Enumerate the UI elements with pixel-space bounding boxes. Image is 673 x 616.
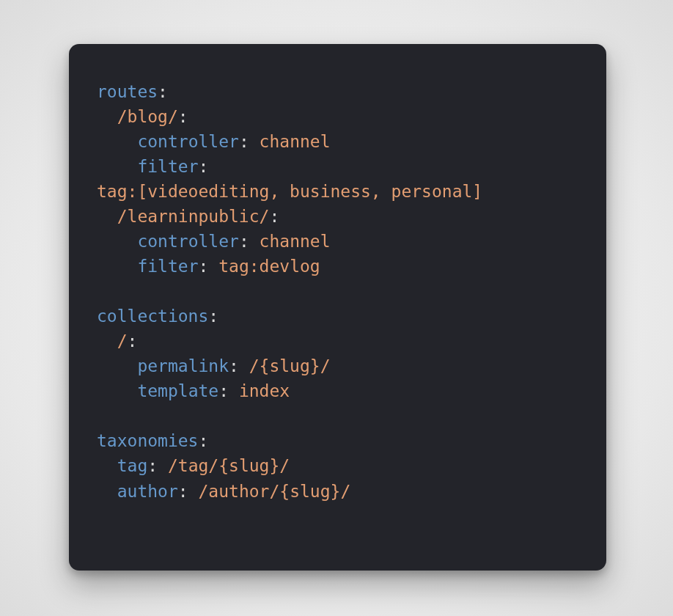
colon: : — [229, 356, 239, 375]
colon: : — [147, 456, 158, 475]
colon: : — [178, 107, 188, 126]
key-routes: routes — [97, 82, 158, 101]
colon: : — [198, 257, 208, 276]
path-learninpublic: /learninpublic/ — [117, 207, 270, 226]
value-blog-filter: tag:[videoediting, business, personal] — [97, 182, 482, 201]
colon: : — [158, 82, 168, 101]
colon: : — [218, 381, 229, 400]
key-filter: filter — [137, 257, 198, 276]
key-template: template — [137, 381, 218, 400]
code-block: routes: /blog/: controller: channel filt… — [97, 79, 578, 504]
path-root: / — [117, 331, 128, 351]
path-blog: /blog/ — [117, 107, 178, 126]
key-permalink: permalink — [137, 356, 229, 375]
key-tag: tag — [117, 456, 148, 475]
colon: : — [239, 232, 249, 251]
key-author: author — [117, 482, 178, 501]
value-permalink: /{slug}/ — [249, 356, 331, 375]
colon: : — [208, 307, 218, 326]
key-controller: controller — [137, 232, 238, 251]
colon: : — [198, 157, 208, 176]
value-learn-filter: tag:devlog — [218, 257, 320, 276]
colon: : — [198, 431, 208, 450]
colon: : — [128, 331, 138, 351]
key-taxonomies: taxonomies — [97, 431, 198, 450]
colon: : — [269, 207, 279, 226]
value-tag: /tag/{slug}/ — [168, 456, 290, 475]
value-author: /author/{slug}/ — [199, 482, 351, 501]
code-card: routes: /blog/: controller: channel filt… — [69, 44, 606, 571]
colon: : — [178, 482, 188, 501]
value-template: index — [239, 381, 290, 400]
key-filter: filter — [137, 157, 198, 176]
key-collections: collections — [97, 307, 208, 326]
key-controller: controller — [137, 132, 238, 151]
colon: : — [239, 132, 249, 151]
value-channel: channel — [260, 132, 331, 151]
value-channel: channel — [260, 232, 331, 251]
